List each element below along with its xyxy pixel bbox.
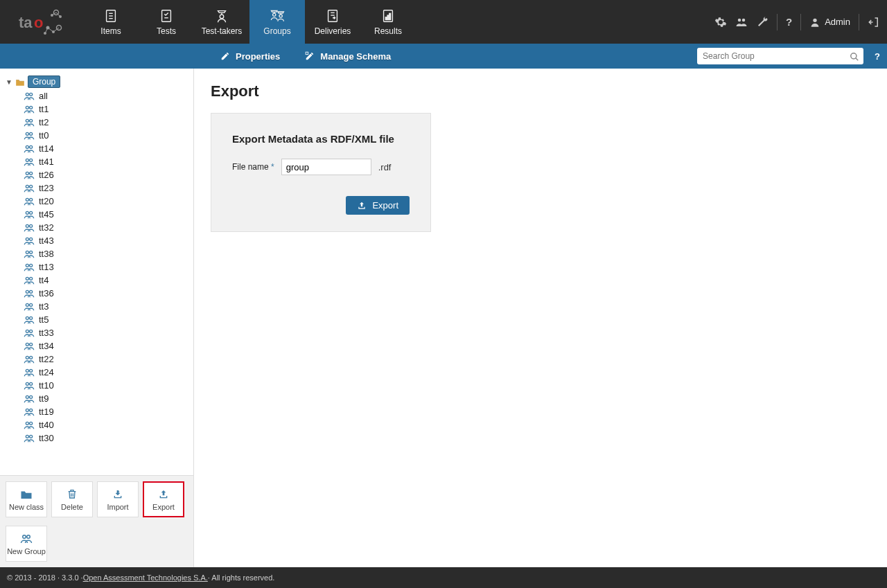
svg-rect-27 — [385, 17, 387, 20]
tree-item[interactable]: tt22 — [24, 353, 191, 366]
tree-item[interactable]: tt20 — [24, 195, 191, 208]
main-area: ▼ Group alltt1tt2tt0tt14tt41tt26tt23tt20… — [0, 69, 887, 567]
group-icon — [24, 184, 35, 193]
group-icon — [24, 118, 35, 127]
tree-item[interactable]: tt19 — [24, 405, 191, 418]
tree-item[interactable]: tt1 — [24, 103, 191, 116]
subbar-help-icon[interactable]: ? — [868, 51, 887, 62]
group-icon — [24, 355, 35, 364]
tree-item[interactable]: tt14 — [24, 142, 191, 155]
wrench-icon[interactable] — [756, 15, 769, 28]
nav-tests[interactable]: Tests — [139, 0, 194, 44]
tree-root[interactable]: ▼ Group — [3, 74, 191, 89]
tree-item[interactable]: tt23 — [24, 181, 191, 195]
group-icon — [24, 368, 35, 377]
group-icon — [24, 249, 35, 259]
delete-button[interactable]: Delete — [51, 481, 93, 517]
svg-point-45 — [30, 146, 33, 149]
svg-point-52 — [26, 199, 28, 202]
tree-item[interactable]: tt5 — [24, 313, 191, 326]
svg-point-53 — [30, 199, 33, 202]
svg-text:ta: ta — [19, 14, 33, 31]
tree-item[interactable]: tt41 — [24, 155, 191, 168]
svg-point-31 — [742, 19, 746, 22]
tree-item[interactable]: tt33 — [24, 326, 191, 339]
export-button[interactable]: Export — [143, 481, 184, 517]
settings-icon[interactable] — [714, 15, 727, 28]
svg-rect-28 — [387, 15, 389, 19]
search-input[interactable] — [697, 48, 863, 64]
tree-item[interactable]: tt0 — [24, 129, 191, 142]
tree-item[interactable]: tt3 — [24, 300, 191, 313]
tree-item[interactable]: tt10 — [24, 379, 191, 392]
folder-icon — [15, 77, 25, 87]
import-button[interactable]: Import — [97, 481, 139, 517]
nav-icon — [103, 8, 118, 24]
properties-button[interactable]: Properties — [208, 51, 292, 62]
tree-item[interactable]: tt2 — [24, 116, 191, 129]
svg-point-87 — [30, 422, 33, 425]
tree-item[interactable]: tt13 — [24, 260, 191, 274]
tree-item[interactable]: tt32 — [24, 221, 191, 234]
footer-link[interactable]: Open Assessment Technologies S.A. — [83, 573, 208, 582]
svg-point-47 — [30, 159, 33, 162]
tree-item[interactable]: all — [24, 89, 191, 103]
svg-point-50 — [26, 186, 28, 188]
new-class-button[interactable]: New class — [6, 481, 47, 517]
group-icon — [24, 315, 35, 325]
nav-deliveries[interactable]: Deliveries — [305, 0, 360, 44]
nav-results[interactable]: Results — [360, 0, 416, 44]
action-bar: New class Delete Import Export — [0, 475, 193, 567]
svg-point-20 — [220, 15, 224, 19]
tree-item[interactable]: tt26 — [24, 168, 191, 181]
tree-item[interactable]: tt36 — [24, 287, 191, 300]
svg-point-55 — [30, 212, 33, 215]
group-icon — [24, 236, 35, 246]
svg-point-21 — [273, 14, 276, 17]
users-icon[interactable] — [735, 15, 748, 28]
content-area: Export Export Metadata as RDF/XML file F… — [194, 69, 887, 567]
svg-point-62 — [26, 265, 28, 267]
svg-point-60 — [26, 251, 28, 254]
svg-point-71 — [30, 317, 33, 320]
svg-point-41 — [30, 120, 33, 123]
search-icon[interactable] — [850, 51, 859, 62]
tree-item[interactable]: tt24 — [24, 366, 191, 379]
page-title: Export — [211, 82, 870, 100]
help-icon[interactable]: ? — [786, 16, 792, 28]
group-icon — [24, 223, 35, 233]
filename-label: File name * — [232, 162, 274, 172]
export-icon — [158, 488, 169, 500]
svg-point-85 — [30, 409, 33, 412]
user-menu[interactable]: Admin — [809, 17, 850, 28]
tree-root-label: Group — [28, 75, 60, 88]
group-icon — [24, 394, 35, 404]
nav-groups[interactable]: Groups — [249, 0, 305, 44]
tree-item[interactable]: tt45 — [24, 208, 191, 221]
svg-point-64 — [26, 278, 28, 280]
tree-item[interactable]: tt4 — [24, 274, 191, 287]
caret-icon[interactable]: ▼ — [6, 78, 12, 86]
new-group-button[interactable]: New Group — [6, 526, 47, 562]
export-submit-button[interactable]: Export — [346, 196, 410, 215]
nav-items[interactable]: Items — [83, 0, 139, 44]
svg-point-91 — [27, 535, 30, 539]
tree-item[interactable]: tt34 — [24, 339, 191, 353]
svg-point-49 — [30, 172, 33, 175]
tree-item[interactable]: tt38 — [24, 247, 191, 260]
tree-item[interactable]: tt30 — [24, 431, 191, 445]
main-nav: ItemsTestsTest-takersGroupsDeliveriesRes… — [83, 0, 416, 44]
manage-schema-button[interactable]: Manage Schema — [292, 51, 403, 62]
tree-item[interactable]: tt40 — [24, 418, 191, 431]
logout-icon[interactable] — [868, 15, 880, 28]
nav-test-takers[interactable]: Test-takers — [194, 0, 249, 44]
tree[interactable]: ▼ Group alltt1tt2tt0tt14tt41tt26tt23tt20… — [0, 69, 193, 475]
svg-point-66 — [26, 291, 28, 294]
tree-item[interactable]: tt9 — [24, 392, 191, 405]
tree-item[interactable]: tt43 — [24, 234, 191, 247]
svg-point-43 — [30, 133, 33, 136]
svg-point-39 — [30, 107, 33, 109]
logo[interactable]: ta o — [0, 0, 83, 44]
filename-input[interactable] — [281, 159, 371, 175]
svg-point-68 — [26, 304, 28, 307]
